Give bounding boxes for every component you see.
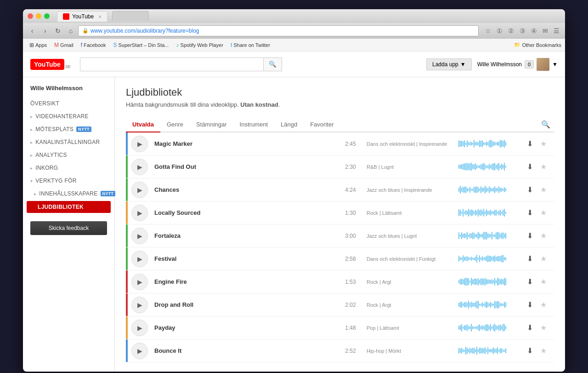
sidebar-item-oversikt[interactable]: ÖVERSIKT <box>23 97 114 110</box>
track-duration: 3:00 <box>339 233 362 239</box>
track-waveform[interactable] <box>458 346 518 356</box>
subtitle-normal: Hämta bakgrundsmusik till dina videoklip… <box>126 101 239 108</box>
track-play-button[interactable]: ▶ <box>131 251 148 267</box>
favorite-button[interactable]: ★ <box>537 185 550 194</box>
favorite-button[interactable]: ★ <box>537 300 550 309</box>
user-name: Wille Wilhelmsson <box>477 61 522 68</box>
track-waveform[interactable] <box>458 277 518 287</box>
tab-favoriter[interactable]: Favoriter <box>304 117 340 132</box>
track-duration: 2:30 <box>339 164 362 170</box>
track-play-button[interactable]: ▶ <box>131 228 148 244</box>
track-play-button[interactable]: ▶ <box>131 205 148 221</box>
feedback-button[interactable]: Skicka feedback <box>30 221 107 235</box>
bookmark-superstart-label: SuperStart – Din Sta... <box>118 42 169 48</box>
tab-instrument[interactable]: Instrument <box>233 117 274 132</box>
bookmark-gmail-label: Gmail <box>60 42 74 48</box>
minimize-button[interactable] <box>36 13 41 19</box>
upload-button[interactable]: Ladda upp ▼ <box>426 58 472 70</box>
favorite-button[interactable]: ★ <box>537 139 550 148</box>
bookmark-superstart[interactable]: S SuperStart – Din Sta... <box>110 41 171 49</box>
download-button[interactable]: ⬇ <box>523 254 537 263</box>
notification-badge[interactable]: 0 <box>525 60 534 69</box>
chevron-right-icon5: ▸ <box>30 166 33 171</box>
bookmark-twitter[interactable]: t Share on Twitter <box>228 41 273 49</box>
download-button[interactable]: ⬇ <box>523 346 537 355</box>
track-waveform[interactable] <box>458 323 518 333</box>
favorite-button[interactable]: ★ <box>537 254 550 263</box>
tab-genre[interactable]: Genre <box>160 117 190 132</box>
track-play-button[interactable]: ▶ <box>131 159 148 175</box>
bookmark-apps[interactable]: ⊞ Apps <box>27 41 50 49</box>
sidebar-item-videohanterare[interactable]: ▸ VIDEOHANTERARE <box>23 110 114 123</box>
refresh-button[interactable]: ↻ <box>52 25 63 36</box>
sidebar-item-motesplats[interactable]: ▸ MÖTESPLATS NYTT <box>23 123 114 136</box>
favorite-button[interactable]: ★ <box>537 277 550 286</box>
favorite-button[interactable]: ★ <box>537 162 550 171</box>
tab-langd[interactable]: Längd <box>274 117 304 132</box>
extension5-icon[interactable]: ✉ <box>541 26 550 35</box>
forward-button[interactable]: › <box>40 25 51 36</box>
track-play-button[interactable]: ▶ <box>131 182 148 198</box>
track-play-button[interactable]: ▶ <box>131 136 148 152</box>
search-button[interactable]: 🔍 <box>264 57 282 71</box>
download-button[interactable]: ⬇ <box>523 300 537 309</box>
track-waveform[interactable] <box>458 185 518 195</box>
bookmark-gmail[interactable]: M Gmail <box>51 41 76 49</box>
download-button[interactable]: ⬇ <box>523 162 537 171</box>
sidebar-item-inkorg[interactable]: ▸ INKORG <box>23 161 114 174</box>
download-button[interactable]: ⬇ <box>523 323 537 332</box>
sidebar-item-ljudbibliotek[interactable]: Ljudbibliotek <box>27 201 111 213</box>
avatar[interactable] <box>537 58 549 71</box>
track-waveform[interactable] <box>458 300 518 310</box>
browser-tab-youtube[interactable]: YouTube × <box>57 11 107 22</box>
sidebar-item-innehallsskapare[interactable]: ▸ INNEHÅLLSSKAPARE NYTT <box>23 187 114 200</box>
tab-stamningar[interactable]: Stämningar <box>190 117 233 132</box>
track-play-button[interactable]: ▶ <box>131 297 148 313</box>
favorite-button[interactable]: ★ <box>537 231 550 240</box>
search-input[interactable] <box>80 57 264 71</box>
back-button[interactable]: ‹ <box>27 25 38 36</box>
download-button[interactable]: ⬇ <box>523 139 537 148</box>
tab-search-button[interactable]: 🔍 <box>537 118 554 131</box>
bookmark-facebook[interactable]: f Facebook <box>78 41 109 49</box>
download-button[interactable]: ⬇ <box>523 231 537 240</box>
download-button[interactable]: ⬇ <box>523 208 537 217</box>
other-bookmarks[interactable]: 📁 Other Bookmarks <box>514 42 561 48</box>
favorite-button[interactable]: ★ <box>537 346 550 355</box>
track-waveform[interactable] <box>458 231 518 241</box>
track-play-button[interactable]: ▶ <box>131 274 148 290</box>
download-button[interactable]: ⬇ <box>523 277 537 286</box>
extension1-icon[interactable]: ① <box>495 26 504 35</box>
extension4-icon[interactable]: ④ <box>529 26 539 35</box>
track-row: ▶ Drop and Roll 2:02 Rock | Argt ⬇ ★ <box>126 293 554 316</box>
bookmark-star-icon[interactable]: ☆ <box>483 26 493 35</box>
browser-window: YouTube × ‹ › ↻ ⌂ 🔒 www.youtube.com/audi… <box>23 9 565 372</box>
track-waveform[interactable] <box>458 139 518 149</box>
tab-close-button[interactable]: × <box>98 14 101 19</box>
tab-utvalda[interactable]: Utvalda <box>126 117 160 132</box>
track-play-button[interactable]: ▶ <box>131 320 148 336</box>
track-row: ▶ Locally Sourced 1:30 Rock | Lättsamt ⬇… <box>126 201 554 224</box>
youtube-logo[interactable]: YouTube SE <box>30 59 71 70</box>
url-bar[interactable]: 🔒 www.youtube.com/audiolibrary?feature=b… <box>78 25 479 36</box>
menu-icon[interactable]: ☰ <box>552 26 561 35</box>
track-row: ▶ Chances 4:24 Jazz och blues | Inspirer… <box>126 178 554 201</box>
favorite-button[interactable]: ★ <box>537 323 550 332</box>
close-button[interactable] <box>28 13 33 19</box>
sidebar-item-kanalinst[interactable]: ▸ KANALINSTÄLLNINGAR <box>23 136 114 149</box>
extension3-icon[interactable]: ③ <box>518 26 527 35</box>
track-waveform[interactable] <box>458 254 518 264</box>
track-waveform[interactable] <box>458 162 518 172</box>
track-row: ▶ Magic Marker 2:45 Dans och elektronisk… <box>126 132 554 155</box>
track-waveform[interactable] <box>458 208 518 218</box>
sidebar-item-analytics[interactable]: ▸ ANALYTICS <box>23 149 114 161</box>
favorite-button[interactable]: ★ <box>537 208 550 217</box>
extension2-icon[interactable]: ② <box>506 26 516 35</box>
user-dropdown-icon[interactable]: ▼ <box>552 61 558 68</box>
maximize-button[interactable] <box>44 13 50 19</box>
track-play-button[interactable]: ▶ <box>131 343 148 359</box>
bookmark-spotify[interactable]: ♪ Spotify Web Player <box>174 41 226 49</box>
download-button[interactable]: ⬇ <box>523 185 537 194</box>
home-button[interactable]: ⌂ <box>65 25 76 36</box>
new-tab[interactable] <box>112 11 149 21</box>
